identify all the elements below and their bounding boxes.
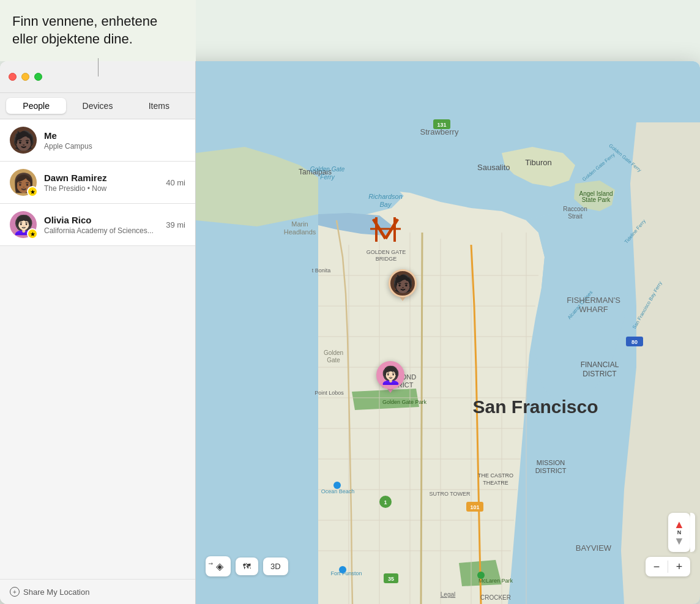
map-controls-right: ▲ N ▼ − +	[646, 513, 690, 576]
three-d-button[interactable]: 3D	[263, 557, 288, 575]
person-info: Dawn Ramirez The Presidio • Now	[44, 173, 158, 193]
svg-text:Golden Gate: Golden Gate	[310, 166, 345, 173]
svg-text:Golden Gate Park: Golden Gate Park	[382, 399, 427, 405]
tooltip-line	[98, 58, 99, 76]
zoom-out-button[interactable]: −	[646, 557, 668, 576]
svg-text:Bay: Bay	[380, 201, 392, 208]
svg-text:San Francisco: San Francisco	[472, 397, 598, 417]
person-distance: 40 mi	[166, 178, 185, 187]
map-controls-left: ⃗ ◈ 🗺 3D	[206, 556, 288, 576]
svg-text:Strait: Strait	[568, 213, 583, 220]
svg-text:CROCKER: CROCKER	[480, 594, 511, 601]
list-item[interactable]: ★ Dawn Ramirez The Presidio • Now 40 mi	[0, 162, 195, 204]
favorite-star: ★	[27, 186, 38, 197]
tab-people[interactable]: People	[6, 98, 66, 114]
share-location-label: Share My Location	[23, 587, 89, 597]
svg-text:Headlands: Headlands	[284, 228, 316, 236]
person-info: Olivia Rico California Academy of Scienc…	[44, 215, 158, 235]
tooltip-area: Finn vennene, enheteneeller objektene di…	[0, 0, 196, 61]
main-window: People Devices Items Me Apple Campus ★	[0, 61, 700, 604]
map-pin-me[interactable]: 🧑🏿	[389, 269, 417, 301]
map-area[interactable]: 101 1 35 131 80 Strawberry Tamalpais	[196, 61, 700, 604]
svg-text:FISHERMAN'S: FISHERMAN'S	[567, 296, 620, 305]
svg-point-76	[333, 482, 341, 489]
maximize-button[interactable]	[34, 73, 42, 81]
svg-text:DISTRICT: DISTRICT	[583, 370, 617, 378]
compass-north: ▲	[674, 519, 685, 530]
svg-text:101: 101	[470, 504, 479, 510]
person-name: Dawn Ramirez	[44, 173, 158, 183]
svg-text:THEATRE: THEATRE	[483, 480, 508, 486]
compass-south: ▼	[674, 535, 685, 546]
svg-text:35: 35	[388, 576, 394, 582]
svg-text:Gate: Gate	[327, 357, 340, 364]
compass[interactable]: ▲ N ▼	[668, 513, 690, 552]
tab-items[interactable]: Items	[129, 98, 189, 114]
person-distance: 39 mi	[166, 220, 185, 229]
people-list: Me Apple Campus ★ Dawn Ramirez The Presi…	[0, 119, 195, 579]
svg-text:MISSION: MISSION	[537, 459, 565, 466]
location-button[interactable]: ⃗ ◈	[206, 556, 231, 576]
svg-text:Richardson: Richardson	[368, 193, 403, 200]
map-pin-avatar-dawn: 👩🏻‍🦱	[376, 361, 404, 389]
compass-slider[interactable]	[690, 513, 695, 552]
list-item[interactable]: ★ Olivia Rico California Academy of Scie…	[0, 204, 195, 246]
zoom-controls: − +	[646, 557, 690, 576]
map-pin-dawn[interactable]: 👩🏻‍🦱	[376, 361, 404, 393]
svg-text:State Park: State Park	[582, 196, 611, 203]
map-type-button[interactable]: 🗺	[236, 557, 258, 575]
person-location: The Presidio • Now	[44, 184, 158, 193]
svg-text:DISTRICT: DISTRICT	[535, 467, 567, 474]
map-svg: 101 1 35 131 80 Strawberry Tamalpais	[196, 61, 700, 604]
map-pin-avatar-me: 🧑🏿	[389, 269, 417, 297]
svg-text:SUTRO TOWER: SUTRO TOWER	[429, 491, 471, 497]
svg-text:Sausalito: Sausalito	[477, 163, 510, 172]
svg-text:Point Lobos: Point Lobos	[315, 390, 344, 396]
avatar	[10, 127, 37, 154]
svg-text:Golden: Golden	[324, 349, 343, 356]
share-location-button[interactable]: + Share My Location	[0, 579, 195, 604]
person-info: Me Apple Campus	[44, 130, 185, 151]
svg-text:THE CASTRO: THE CASTRO	[478, 472, 513, 479]
person-location: Apple Campus	[44, 142, 185, 151]
zoom-in-button[interactable]: +	[668, 557, 690, 576]
svg-text:80: 80	[631, 339, 638, 345]
tab-devices[interactable]: Devices	[67, 98, 127, 114]
minimize-button[interactable]	[21, 73, 29, 81]
map-icon: 🗺	[243, 562, 251, 571]
svg-text:FINANCIAL: FINANCIAL	[581, 360, 619, 369]
svg-text:BAYVIEW: BAYVIEW	[576, 543, 612, 553]
close-button[interactable]	[9, 73, 17, 81]
svg-point-77	[477, 572, 485, 579]
tooltip-text: Finn vennene, enheteneeller objektene di…	[12, 13, 157, 48]
svg-point-78	[339, 566, 346, 573]
svg-text:Marin: Marin	[291, 220, 308, 228]
person-name: Me	[44, 130, 185, 141]
tab-bar: People Devices Items	[0, 93, 195, 119]
svg-text:1: 1	[384, 499, 387, 505]
sidebar: People Devices Items Me Apple Campus ★	[0, 61, 196, 604]
svg-text:Tiburon: Tiburon	[525, 158, 552, 167]
svg-text:Strawberry: Strawberry	[420, 127, 459, 136]
svg-text:WHARF: WHARF	[579, 305, 608, 314]
svg-text:Ferry: Ferry	[320, 174, 335, 181]
svg-text:BRIDGE: BRIDGE	[376, 256, 397, 262]
svg-text:Fort Funston: Fort Funston	[330, 570, 362, 576]
legal-text[interactable]: Legal	[441, 591, 455, 598]
svg-text:GOLDEN GATE: GOLDEN GATE	[367, 249, 406, 255]
svg-text:McLaren Park: McLaren Park	[478, 578, 513, 584]
person-name: Olivia Rico	[44, 215, 158, 225]
favorite-star: ★	[27, 228, 38, 239]
svg-text:Raccoon: Raccoon	[563, 206, 587, 212]
svg-text:t Bonita: t Bonita	[312, 267, 331, 274]
list-item[interactable]: Me Apple Campus	[0, 119, 195, 162]
person-location: California Academy of Sciences...	[44, 226, 158, 235]
svg-text:Ocean Beach: Ocean Beach	[321, 488, 355, 494]
three-d-label: 3D	[270, 562, 281, 571]
share-icon: +	[10, 587, 20, 597]
